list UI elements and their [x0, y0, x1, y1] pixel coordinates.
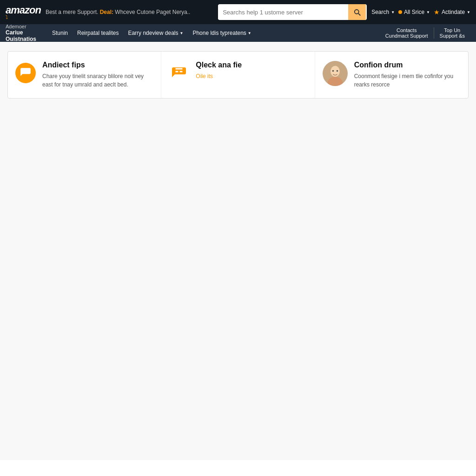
- message-icon: [169, 63, 189, 83]
- account-line3: Ouistnatios: [6, 36, 40, 42]
- contacts-line2: Cundmact Support: [385, 33, 428, 39]
- chat-bubble-svg: [20, 67, 32, 79]
- contacts-support[interactable]: Contacts Cundmact Support: [380, 27, 434, 39]
- promo-text: Best a mere Support. Deal: Whceve Cutone…: [46, 9, 213, 15]
- card-qleck-text: Qleck ana fie Oile its: [196, 61, 242, 80]
- activity-dropdown[interactable]: ★ Actindate ▼: [434, 8, 470, 16]
- top-line2: Support &s: [440, 33, 465, 39]
- contacts-line1: Contacts: [385, 27, 428, 33]
- chevron-down-icon: ▼: [179, 31, 183, 35]
- avatar: [323, 61, 348, 86]
- cards-row: Andiect fips Chare youy tinelit snaracy …: [7, 51, 469, 99]
- second-nav-right: Contacts Cundmact Support Top Un Support…: [380, 27, 470, 39]
- account-section[interactable]: Ademoer Cariue Ouistnatios: [6, 24, 47, 42]
- search-icon: [353, 8, 361, 16]
- card-confion-title: Confion drum: [354, 61, 461, 69]
- all-srice-dropdown[interactable]: All Srice ▼: [398, 9, 430, 15]
- card-qleck-title: Qleck ana fie: [196, 61, 242, 69]
- logo-area[interactable]: amazon ⤵︎: [6, 5, 41, 20]
- logo-text: amazon: [6, 5, 41, 15]
- card-qleck-subtitle: Oile its: [196, 72, 242, 80]
- chevron-down-icon: ▼: [248, 31, 251, 35]
- card-andiect-text: Andiect fips Chare youy tinelit snaracy …: [42, 61, 153, 89]
- search-bar: [218, 4, 367, 20]
- card-qleck[interactable]: Qleck ana fie Oile its: [161, 52, 315, 98]
- message-svg: [171, 65, 187, 81]
- nav-link-reirpatal[interactable]: Reirpatal tealites: [73, 24, 123, 42]
- nav-link-stunin[interactable]: Stunin: [47, 24, 73, 42]
- chevron-down-icon: ▼: [391, 10, 395, 14]
- nav-link-phone[interactable]: Phone ldis typreatens ▼: [188, 24, 256, 42]
- svg-point-4: [336, 70, 338, 72]
- svg-point-3: [332, 70, 334, 72]
- nav-link-earry[interactable]: Earry ndeview deals ▼: [123, 24, 188, 42]
- second-nav-links: Stunin Reirpatal tealites Earry ndeview …: [47, 24, 380, 42]
- avatar-svg: [323, 61, 348, 86]
- search-input[interactable]: [218, 5, 348, 20]
- account-line2: Cariue: [6, 29, 40, 36]
- card-andiect[interactable]: Andiect fips Chare youy tinelit snaracy …: [8, 52, 161, 98]
- main-content: Andiect fips Chare youy tinelit snaracy …: [0, 42, 476, 460]
- second-nav: Ademoer Cariue Ouistnatios Stunin Reirpa…: [0, 24, 476, 42]
- card-andiect-description: Chare youy tinelit snaracy blilore noit …: [42, 72, 153, 89]
- card-andiect-title: Andiect fips: [42, 61, 153, 69]
- chevron-down-icon: ▼: [426, 10, 430, 14]
- card-confion-text: Confion drum Coonmont fiesige i mem tlie…: [354, 61, 461, 89]
- top-nav: amazon ⤵︎ Best a mere Support. Deal: Whc…: [0, 0, 476, 24]
- card-confion[interactable]: Confion drum Coonmont fiesige i mem tlie…: [315, 52, 468, 98]
- chevron-down-icon: ▼: [467, 10, 470, 14]
- card-confion-description: Coonmont fiesige i mem tlie cofinfor you…: [354, 72, 461, 89]
- top-support[interactable]: Top Un Support &s: [434, 27, 470, 39]
- top-line1: Top Un: [440, 27, 465, 33]
- orange-dot-icon: [398, 10, 402, 14]
- search-button[interactable]: [348, 4, 366, 20]
- account-line1: Ademoer: [6, 24, 40, 29]
- logo-smile: ⤵︎: [6, 14, 8, 20]
- search-dropdown[interactable]: Search ▼: [371, 9, 395, 15]
- star-icon: ★: [434, 8, 440, 16]
- chat-icon: [15, 63, 36, 83]
- nav-right: Search ▼ All Srice ▼ ★ Actindate ▼: [371, 8, 470, 16]
